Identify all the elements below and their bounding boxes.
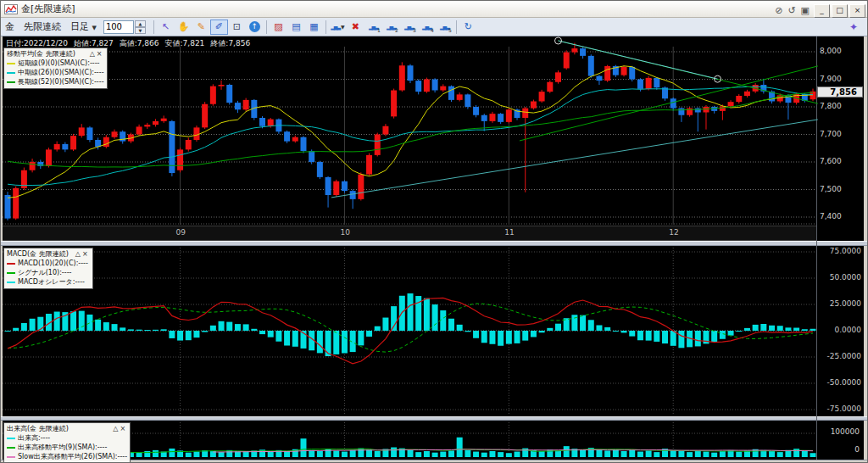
candle-body bbox=[457, 94, 463, 100]
volume-bar bbox=[498, 452, 504, 457]
volume-bar bbox=[408, 450, 414, 457]
legend-collapse-close-icons[interactable]: △× bbox=[90, 49, 104, 59]
candle-body bbox=[382, 126, 388, 135]
macd-histogram-bar bbox=[153, 330, 159, 331]
volume-bar bbox=[802, 450, 808, 457]
candle-body bbox=[309, 151, 314, 162]
macd-histogram-bar bbox=[432, 304, 438, 331]
candle-body bbox=[555, 72, 561, 81]
volume-bar bbox=[193, 452, 199, 457]
trendline-ascending-green[interactable] bbox=[520, 66, 818, 141]
volume-bar bbox=[703, 452, 709, 457]
volume-bar bbox=[777, 452, 783, 457]
macd-histogram-bar bbox=[326, 331, 331, 356]
volume-bar bbox=[333, 450, 339, 457]
macd-histogram-bar bbox=[720, 331, 726, 339]
volume-legend: 出来高(金 先限連続)△× 出来高:---- 出来高移動平均(9)(SMA):-… bbox=[3, 422, 131, 463]
candle-body bbox=[506, 109, 512, 122]
macd-histogram-bar bbox=[70, 311, 76, 331]
macd-histogram-bar bbox=[177, 331, 183, 341]
volume-bar bbox=[342, 452, 348, 457]
macd-legend-title: MACD(金 先限連続) bbox=[7, 249, 69, 259]
macd-histogram-bar bbox=[678, 331, 684, 348]
macd-histogram-bar bbox=[186, 331, 192, 340]
macd-histogram-bar bbox=[275, 331, 281, 342]
candle-body bbox=[292, 137, 298, 142]
candle-body bbox=[695, 109, 701, 113]
macd-histogram-bar bbox=[539, 331, 545, 332]
chart-window: 金[先限連続] ⊘↺▣ _□× 金 先限連続 日足 ▼ ▲▼ ↖✋✎✐⊡↑▨▤▦… bbox=[0, 0, 868, 463]
macd-histogram-bar bbox=[522, 331, 528, 341]
candle-body bbox=[210, 86, 216, 104]
macd-histogram-bar bbox=[506, 331, 512, 344]
sma26-swatch bbox=[7, 72, 15, 74]
volume-bar bbox=[153, 450, 159, 457]
candle-body bbox=[391, 91, 397, 117]
candle-body bbox=[358, 175, 364, 199]
macd-legend: MACD(金 先限連続)△× MACD(10)(20)(C):---- シグナル… bbox=[3, 248, 93, 289]
candle-body bbox=[580, 48, 586, 56]
volume-bar bbox=[136, 453, 142, 457]
chart-canvas[interactable] bbox=[1, 1, 868, 463]
candle-body bbox=[654, 78, 659, 87]
candle-body bbox=[621, 67, 627, 75]
macd-histogram-bar bbox=[259, 331, 265, 334]
volume-bar bbox=[613, 449, 619, 457]
macd-histogram-bar bbox=[637, 331, 643, 340]
volume-bar bbox=[489, 451, 495, 457]
volume-legend-title: 出来高(金 先限連続) bbox=[7, 424, 69, 433]
volume-bar bbox=[284, 451, 290, 457]
candle-body bbox=[30, 162, 36, 170]
sma26-label: 中期線(26)(0)(SMA)(C):---- bbox=[18, 68, 104, 77]
candle-body bbox=[243, 100, 249, 109]
volume-bar bbox=[432, 453, 438, 457]
candle-body bbox=[588, 56, 594, 76]
volume-slow-ma-label: Slow出来高移動平均(26)(SMA):---- bbox=[18, 452, 127, 461]
macd-histogram-bar bbox=[193, 331, 199, 337]
trendline-selected-segment[interactable] bbox=[558, 41, 717, 79]
macd-histogram-bar bbox=[103, 322, 109, 331]
macd-histogram-bar bbox=[136, 330, 142, 331]
price-axis-label: 7,400 bbox=[820, 212, 842, 220]
macd-histogram-bar bbox=[54, 312, 60, 331]
candle-body bbox=[547, 82, 553, 92]
legend-collapse-close-icons[interactable]: △× bbox=[113, 424, 127, 433]
candle-body bbox=[531, 102, 537, 109]
volume-bar bbox=[515, 452, 520, 457]
macd-histogram-bar bbox=[342, 331, 348, 354]
candle-body bbox=[193, 127, 199, 140]
macd-histogram-bar bbox=[226, 322, 232, 331]
volume-bar bbox=[186, 453, 192, 457]
legend-collapse-close-icons[interactable]: △× bbox=[75, 249, 90, 259]
macd-histogram-bar bbox=[711, 331, 717, 342]
volume-bar bbox=[448, 450, 454, 457]
candle-body bbox=[375, 135, 381, 155]
sma52-label: 長期線(52)(0)(SMA)(C):---- bbox=[18, 77, 104, 86]
candle-body bbox=[366, 155, 372, 175]
macd-histogram-bar bbox=[144, 330, 150, 331]
candle-body bbox=[136, 126, 142, 134]
candle-body bbox=[317, 162, 323, 177]
candle-body bbox=[54, 144, 60, 150]
trendline-ascending-teal[interactable] bbox=[331, 120, 818, 198]
candle-body bbox=[481, 115, 487, 121]
volume-bar bbox=[457, 438, 463, 457]
volume-bar bbox=[695, 450, 701, 457]
volume-bar bbox=[473, 452, 479, 457]
candle-body bbox=[202, 104, 208, 128]
candle-body bbox=[5, 195, 11, 219]
ma-legend-title: 移動平均(金 先限連続) bbox=[7, 49, 75, 59]
macd-histogram-bar bbox=[219, 321, 225, 331]
volume-bar bbox=[300, 438, 306, 457]
price-axis-label: 7,900 bbox=[820, 75, 842, 83]
macd-histogram-bar bbox=[489, 331, 495, 344]
macd-histogram-bar bbox=[810, 329, 816, 331]
candle-body bbox=[342, 181, 348, 191]
volume-axis-label: 100000 bbox=[817, 427, 860, 436]
candle-body bbox=[670, 98, 676, 108]
ma-legend: 移動平均(金 先限連続)△× 短期線(9)(0)(SMA)(C):---- 中期… bbox=[3, 47, 108, 89]
x-axis-month-label: 11 bbox=[504, 228, 514, 237]
volume-bar bbox=[646, 450, 652, 457]
macd-histogram-bar bbox=[753, 325, 759, 331]
price-axis-label: 7,700 bbox=[820, 130, 842, 138]
